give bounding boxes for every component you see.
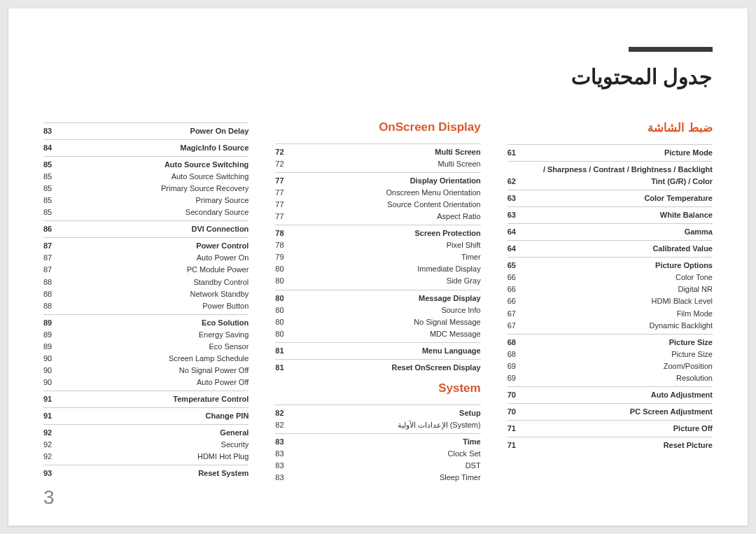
toc-label: Picture Size	[516, 349, 713, 360]
toc-row[interactable]: 88Standby Control	[43, 276, 248, 288]
toc-label: Picture Size	[516, 337, 713, 349]
toc-column: 83Power On Delay84MagicInfo I Source85Au…	[43, 120, 248, 484]
separator	[507, 403, 713, 404]
toc-row[interactable]: 81Menu Language	[275, 345, 480, 357]
toc-row[interactable]: 77Aspect Ratio	[275, 211, 480, 223]
toc-label: Reset OnScreen Display	[284, 362, 481, 374]
toc-row[interactable]: 70Auto Adjustment	[507, 389, 713, 401]
toc-row[interactable]: 68Picture Size	[507, 337, 713, 349]
toc-label: Immediate Display	[284, 263, 481, 275]
toc-row[interactable]: 62Tint (G/R) / Color	[507, 176, 713, 188]
toc-row[interactable]: 71Picture Off	[507, 423, 713, 435]
toc-row[interactable]: 70PC Screen Adjustment	[507, 406, 713, 418]
toc-label: MagicInfo I Source	[52, 142, 248, 154]
toc-row[interactable]: 86DVI Connection	[43, 223, 248, 235]
toc-row[interactable]: 80Message Display	[275, 293, 480, 304]
toc-row[interactable]: 61Picture Mode	[507, 147, 713, 159]
toc-row[interactable]: 90Screen Lamp Schedule	[43, 353, 248, 365]
toc-row[interactable]: 65Picture Options	[507, 260, 713, 272]
separator	[43, 314, 248, 315]
toc-row[interactable]: 78Pixel Shift	[275, 239, 480, 251]
toc-row[interactable]: 77Onscreen Menu Orientation	[275, 187, 480, 199]
toc-label: Temperature Control	[52, 393, 248, 405]
toc-row[interactable]: 83Time	[275, 436, 480, 448]
toc-label: Clock Set	[284, 448, 481, 460]
toc-row[interactable]: 80MDC Message	[275, 328, 480, 340]
toc-row[interactable]: 90Auto Power Off	[43, 377, 248, 388]
toc-row[interactable]: 85Secondary Source	[43, 206, 248, 218]
toc-label: Calibrated Value	[516, 243, 713, 255]
toc-row[interactable]: 89Eco Sensor	[43, 341, 248, 353]
toc-row[interactable]: 89Eco Solution	[43, 317, 248, 329]
toc-row[interactable]: 80Source Info	[275, 304, 480, 316]
toc-label: HDMI Black Level	[516, 295, 713, 307]
toc-row[interactable]: 63White Balance	[507, 209, 713, 221]
toc-label: General	[52, 427, 248, 439]
toc-row[interactable]: 92HDMI Hot Plug	[43, 451, 248, 463]
toc-row[interactable]: 64Calibrated Value	[507, 243, 713, 255]
toc-row[interactable]: 85Primary Source	[43, 195, 248, 206]
toc-row[interactable]: 88Power Button	[43, 300, 248, 312]
toc-row[interactable]: 84MagicInfo I Source	[43, 142, 248, 154]
toc-label: Eco Sensor	[52, 341, 248, 353]
toc-row[interactable]: 77Source Content Orientation	[275, 199, 480, 211]
toc-row[interactable]: 87PC Module Power	[43, 264, 248, 276]
toc-row[interactable]: 80Side Gray	[275, 275, 480, 287]
separator	[507, 437, 713, 437]
toc-label: Reset System	[52, 468, 248, 479]
toc-row[interactable]: 91Change PIN	[43, 410, 248, 422]
toc-row[interactable]: 80Immediate Display	[275, 263, 480, 275]
toc-label: Dynamic Backlight	[516, 320, 713, 332]
toc-row[interactable]: 85Auto Source Switching	[43, 171, 248, 183]
toc-row[interactable]: 66Digital NR	[507, 283, 713, 295]
toc-row[interactable]: 85Auto Source Switching	[43, 159, 248, 171]
toc-row[interactable]: 72Multi Screen	[275, 146, 480, 158]
toc-row[interactable]: 92Security	[43, 439, 248, 451]
toc-row[interactable]: 79Timer	[275, 251, 480, 263]
separator	[275, 290, 480, 290]
toc-row[interactable]: 93Reset System	[43, 468, 248, 479]
toc-row[interactable]: 83Sleep Timer	[275, 472, 480, 484]
toc-row[interactable]: 85Primary Source Recovery	[43, 183, 248, 195]
toc-row[interactable]: 83DST	[275, 460, 480, 472]
toc-row[interactable]: 81Reset OnScreen Display	[275, 362, 480, 374]
toc-label: Auto Source Switching	[52, 171, 248, 183]
toc-row[interactable]: 69Zoom/Position	[507, 360, 713, 372]
toc-page: 86	[43, 223, 52, 235]
toc-row[interactable]: 72Multi Screen	[275, 158, 480, 170]
separator	[507, 334, 713, 335]
toc-row[interactable]: 87Power Control	[43, 240, 248, 252]
toc-label: Tint (G/R) / Color	[516, 176, 713, 188]
toc-row[interactable]: 83Clock Set	[275, 448, 480, 460]
toc-row[interactable]: 91Temperature Control	[43, 393, 248, 405]
toc-row[interactable]: 66Color Tone	[507, 272, 713, 283]
toc-row[interactable]: 77Display Orientation	[275, 175, 480, 187]
toc-row[interactable]: 64Gamma	[507, 226, 713, 238]
toc-label: Network Standby	[52, 288, 248, 300]
toc-row[interactable]: 69Resolution	[507, 372, 713, 384]
toc-row[interactable]: 66HDMI Black Level	[507, 295, 713, 307]
toc-row[interactable]: 63Color Temperature	[507, 192, 713, 204]
toc-row[interactable]: 83Power On Delay	[43, 125, 248, 137]
toc-label: No Signal Message	[284, 316, 481, 328]
toc-row[interactable]: 68Picture Size	[507, 349, 713, 360]
toc-row[interactable]: 78Screen Protection	[275, 227, 480, 239]
separator	[43, 424, 248, 425]
toc-row[interactable]: 80No Signal Message	[275, 316, 480, 328]
toc-row[interactable]: 89Energy Saving	[43, 329, 248, 341]
separator	[507, 240, 713, 241]
toc-row[interactable]: / Sharpness / Contrast / Brightness / Ba…	[507, 164, 713, 176]
toc-page: 80	[275, 293, 284, 304]
section-title: ضبط الشاشة	[507, 120, 713, 135]
toc-row[interactable]: 82الإعدادات الأولية (System)	[275, 419, 480, 431]
document-page: جدول المحتويات 83Power On Delay84MagicIn…	[8, 8, 748, 526]
toc-row[interactable]: 92General	[43, 427, 248, 439]
toc-row[interactable]: 67Film Mode	[507, 308, 713, 320]
toc-row[interactable]: 88Network Standby	[43, 288, 248, 300]
toc-row[interactable]: 90No Signal Power Off	[43, 365, 248, 377]
toc-row[interactable]: 67Dynamic Backlight	[507, 320, 713, 332]
toc-row[interactable]: 87Auto Power On	[43, 252, 248, 264]
toc-label: Primary Source Recovery	[52, 183, 248, 195]
toc-row[interactable]: 82Setup	[275, 407, 480, 419]
toc-row[interactable]: 71Reset Picture	[507, 440, 713, 451]
